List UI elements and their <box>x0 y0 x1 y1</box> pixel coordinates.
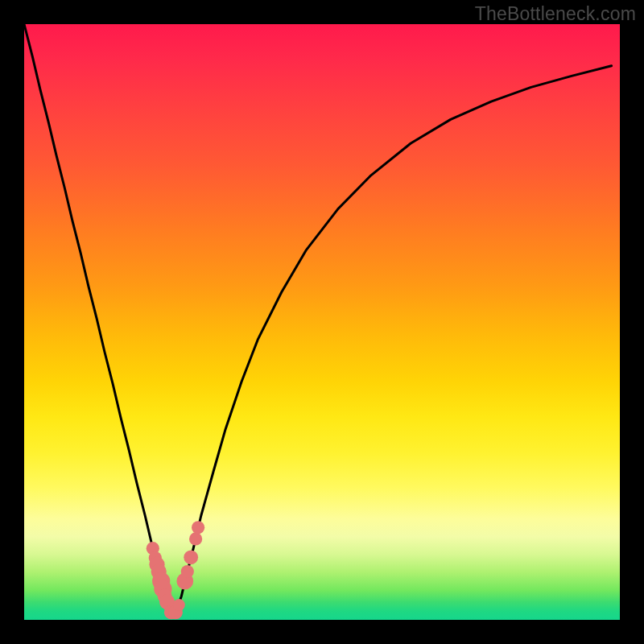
data-marker <box>173 599 185 611</box>
chart-frame: TheBottleneck.com <box>0 0 644 644</box>
plot-area <box>24 24 620 620</box>
data-marker <box>189 532 202 545</box>
data-marker <box>184 550 198 564</box>
data-marker <box>192 521 204 534</box>
curve-layer <box>24 24 620 620</box>
bottleneck-curve <box>24 24 612 617</box>
data-marker <box>181 565 194 578</box>
watermark-text: TheBottleneck.com <box>475 3 636 25</box>
